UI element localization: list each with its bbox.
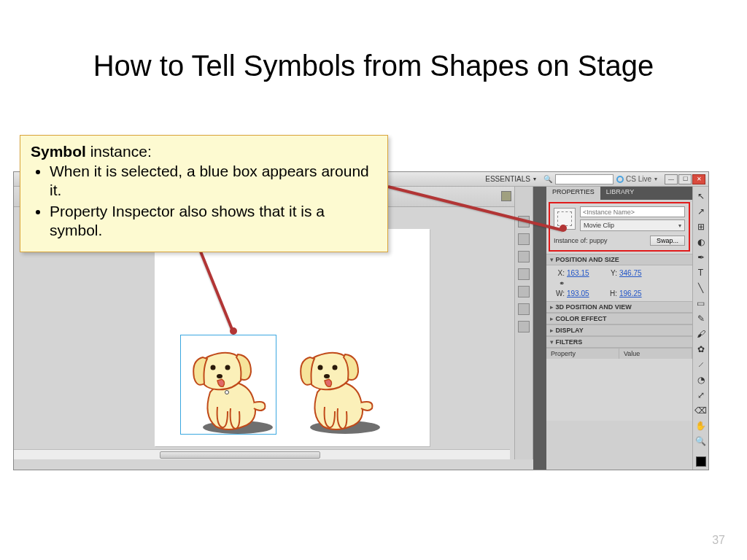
- w-value[interactable]: 193.05: [567, 289, 603, 298]
- tool-separator: [694, 450, 708, 454]
- line-tool-icon[interactable]: ╲: [694, 281, 708, 295]
- panel-tabs: PROPERTIES LIBRARY: [546, 187, 692, 200]
- deco-tool-icon[interactable]: ✿: [694, 343, 708, 356]
- puppy-shape[interactable]: [288, 335, 383, 434]
- properties-panel: PROPERTIES LIBRARY Movie Clip▾ Instance …: [546, 187, 692, 470]
- section-display[interactable]: DISPLAY: [546, 324, 692, 336]
- text-tool-icon[interactable]: T: [694, 266, 708, 279]
- search-input[interactable]: [555, 174, 614, 184]
- collapsed-panel-icon[interactable]: [518, 286, 530, 298]
- horizontal-scrollbar[interactable]: [14, 449, 510, 459]
- svg-point-2: [225, 365, 231, 370]
- section-filters[interactable]: FILTERS: [546, 336, 692, 348]
- svg-point-3: [217, 374, 222, 378]
- collapsed-panel-strip: [514, 187, 533, 459]
- zoom-tool-icon[interactable]: 🔍: [694, 435, 708, 448]
- section-position-and-size[interactable]: POSITION AND SIZE: [546, 254, 692, 265]
- highlighted-properties-region: Movie Clip▾ Instance of: puppy Swap...: [549, 202, 690, 252]
- tab-library[interactable]: LIBRARY: [600, 187, 640, 200]
- callout-bullet-1: When it is selected, a blue box appears …: [50, 162, 377, 201]
- puppy-symbol-instance[interactable]: [181, 335, 276, 434]
- slide-number: 37: [712, 534, 725, 547]
- pointer-endcap-panel: [560, 225, 567, 232]
- section-3d[interactable]: 3D POSITION AND VIEW: [546, 301, 692, 313]
- panel-divider[interactable]: [533, 187, 546, 470]
- position-size-grid: X: 163.15 Y: 346.75 ⚭ W: 193.05 H: 196.2…: [546, 265, 692, 301]
- collapsed-panel-icon[interactable]: [518, 268, 530, 280]
- symbol-type-value: Movie Clip: [584, 222, 614, 229]
- y-value[interactable]: 346.75: [619, 269, 656, 277]
- window-controls: — ☐ ✕: [665, 174, 705, 184]
- w-label: W:: [554, 289, 567, 298]
- svg-point-7: [324, 374, 330, 378]
- maximize-button[interactable]: ☐: [678, 174, 692, 184]
- lasso-tool-icon[interactable]: ◐: [694, 236, 708, 249]
- subselection-tool-icon[interactable]: ↗: [694, 205, 708, 218]
- collapsed-panel-icon[interactable]: [518, 321, 530, 332]
- paint-bucket-tool-icon[interactable]: ◔: [694, 373, 708, 386]
- svg-point-1: [211, 365, 216, 370]
- x-value[interactable]: 163.15: [567, 269, 603, 277]
- filters-table-header: Property Value: [546, 348, 692, 359]
- search-icon: 🔍: [543, 175, 552, 183]
- tab-properties[interactable]: PROPERTIES: [546, 187, 600, 200]
- bone-tool-icon[interactable]: ⟋: [694, 358, 708, 371]
- callout-note: Symbol instance: When it is selected, a …: [20, 135, 388, 252]
- collapsed-panel-icon[interactable]: [518, 233, 530, 245]
- edit-bar-icon-1[interactable]: [501, 191, 511, 201]
- scrollbar-thumb[interactable]: [160, 451, 320, 459]
- filters-empty-area: [546, 359, 692, 421]
- pen-tool-icon[interactable]: ✒: [694, 251, 708, 264]
- filters-col-property[interactable]: Property: [546, 349, 619, 359]
- registration-point-icon: [225, 390, 229, 394]
- swap-button[interactable]: Swap...: [650, 236, 685, 246]
- fill-color-swatch[interactable]: [696, 456, 706, 467]
- instance-name-field[interactable]: [580, 206, 685, 217]
- rectangle-tool-icon[interactable]: ▭: [694, 297, 708, 310]
- collapsed-panel-icon[interactable]: [518, 303, 530, 315]
- svg-point-5: [318, 365, 323, 370]
- pointer-endcap-stage: [230, 327, 237, 335]
- free-transform-tool-icon[interactable]: ⊞: [694, 220, 708, 233]
- close-button[interactable]: ✕: [692, 174, 705, 184]
- selection-tool-icon[interactable]: ↖: [694, 190, 708, 203]
- stage[interactable]: [155, 229, 430, 446]
- h-label: H:: [603, 289, 619, 298]
- y-label: Y:: [603, 269, 619, 277]
- svg-point-6: [333, 365, 338, 370]
- cs-live-button[interactable]: CS Live: [616, 175, 657, 183]
- x-label: X:: [554, 269, 567, 277]
- lock-aspect-icon[interactable]: ⚭: [554, 279, 567, 287]
- workspace-switcher[interactable]: ESSENTIALS: [481, 174, 541, 184]
- slide-title: How to Tell Symbols from Shapes on Stage: [0, 50, 747, 82]
- callout-bullet-2: Property Inspector also shows that it is…: [50, 202, 377, 241]
- tools-panel: ↖ ↗ ⊞ ◐ ✒ T ╲ ▭ ✎ 🖌 ✿ ⟋ ◔ ⤢ ⌫ ✋ 🔍: [692, 187, 708, 470]
- cs-live-icon: [616, 176, 624, 183]
- h-value[interactable]: 196.25: [619, 289, 656, 298]
- collapsed-panel-icon[interactable]: [518, 251, 530, 262]
- cs-live-label: CS Live: [626, 175, 651, 183]
- chevron-down-icon: ▾: [678, 222, 681, 229]
- hand-tool-icon[interactable]: ✋: [694, 419, 708, 432]
- symbol-type-dropdown[interactable]: Movie Clip▾: [580, 219, 685, 231]
- eraser-tool-icon[interactable]: ⌫: [694, 404, 708, 417]
- brush-tool-icon[interactable]: 🖌: [694, 327, 708, 341]
- callout-heading-rest: instance:: [86, 143, 152, 160]
- callout-heading-bold: Symbol: [31, 143, 86, 160]
- eyedropper-tool-icon[interactable]: ⤢: [694, 389, 708, 402]
- pencil-tool-icon[interactable]: ✎: [694, 312, 708, 325]
- filters-col-value[interactable]: Value: [619, 349, 692, 359]
- minimize-button[interactable]: —: [665, 174, 678, 184]
- callout-heading: Symbol instance:: [31, 143, 377, 160]
- section-color-effect[interactable]: COLOR EFFECT: [546, 313, 692, 324]
- instance-of-text: Instance of: puppy: [554, 237, 608, 244]
